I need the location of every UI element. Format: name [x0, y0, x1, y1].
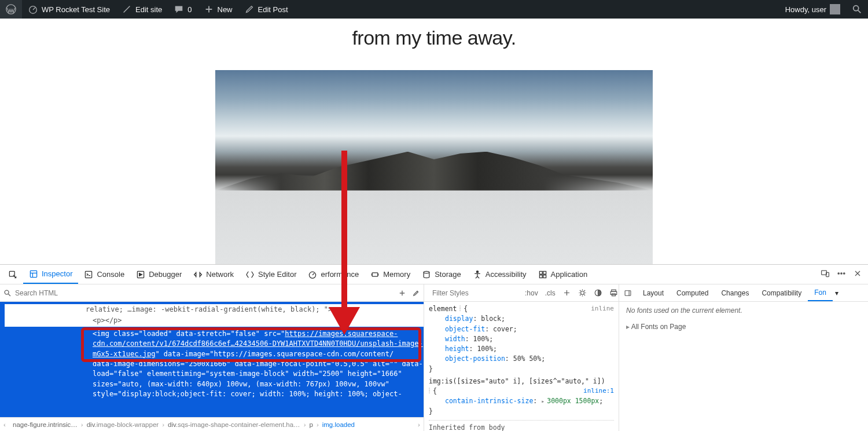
devtools-menu-button[interactable] — [833, 269, 849, 280]
tab-label: Debugger — [149, 270, 182, 279]
edit-post-text: Edit Post — [258, 5, 288, 14]
tab-performance[interactable]: erformance — [302, 265, 365, 284]
crumb[interactable]: div.image-block-wrapper — [83, 421, 162, 428]
edit-site-link[interactable]: Edit site — [116, 0, 168, 19]
new-text: New — [218, 5, 233, 14]
tab-changes[interactable]: Changes — [715, 284, 755, 301]
tab-console[interactable]: Console — [78, 265, 130, 284]
svg-point-25 — [580, 291, 584, 295]
toggle-sidebar-button[interactable] — [619, 284, 637, 301]
network-icon — [193, 270, 203, 279]
html-search-input[interactable] — [15, 289, 395, 297]
hov-toggle[interactable]: :hov — [524, 289, 539, 297]
plus-icon — [562, 288, 571, 297]
html-line: <p></p> — [5, 315, 424, 326]
wordpress-icon — [6, 4, 16, 14]
filter-styles-input[interactable] — [432, 289, 519, 297]
svg-rect-15 — [539, 271, 542, 274]
svg-rect-6 — [30, 271, 36, 277]
crumb-prev[interactable]: ‹ — [0, 421, 9, 428]
crumb[interactable]: nage-figure.intrinsic… — [9, 421, 81, 428]
svg-point-21 — [838, 273, 839, 274]
edit-post-link[interactable]: Edit Post — [238, 0, 294, 19]
howdy-user[interactable]: Howdy, user — [779, 0, 846, 19]
crumb-next[interactable]: › — [414, 421, 424, 428]
console-icon — [84, 270, 93, 279]
comments-count: 0 — [187, 5, 192, 14]
tab-storage[interactable]: Storage — [416, 265, 467, 284]
inherited-section: Inherited from body — [429, 420, 614, 431]
html-source[interactable]: relative; …image: -webkit-radial-gradien… — [0, 302, 424, 417]
new-rule-button[interactable] — [561, 288, 572, 297]
close-icon — [853, 269, 862, 278]
crumb-active[interactable]: img.loaded — [319, 421, 358, 428]
styles-rules[interactable]: element {inline display: block; object-f… — [424, 302, 619, 431]
devices-icon — [821, 269, 830, 278]
tab-inspector[interactable]: Inspector — [23, 265, 78, 284]
responsive-mode-button[interactable] — [817, 269, 833, 280]
no-fonts-message: No fonts used on the current element. — [626, 306, 861, 315]
devtools-close-button[interactable] — [849, 269, 866, 280]
tab-fonts[interactable]: Fon — [808, 284, 833, 301]
tab-network[interactable]: Network — [187, 265, 240, 284]
accessibility-icon — [473, 270, 482, 279]
comments-link[interactable]: 0 — [168, 0, 197, 19]
sidebar-panel: Layout Computed Changes Compatibility Fo… — [619, 284, 868, 431]
tab-debugger[interactable]: Debugger — [130, 265, 187, 284]
tab-label: Storage — [435, 270, 461, 279]
tab-label: Memory — [383, 270, 410, 279]
admin-search-button[interactable] — [846, 0, 868, 19]
svg-point-1 — [30, 6, 37, 14]
storage-icon — [422, 270, 431, 279]
tab-label: Console — [97, 270, 124, 279]
svg-rect-12 — [372, 272, 378, 276]
tab-label: Accessibility — [486, 270, 527, 279]
svg-rect-30 — [625, 290, 631, 295]
search-icon — [852, 4, 862, 14]
sun-icon — [578, 288, 587, 297]
tab-computed[interactable]: Computed — [670, 284, 715, 301]
tab-layout[interactable]: Layout — [637, 284, 670, 301]
pick-element-button[interactable] — [2, 265, 23, 284]
add-icon[interactable] — [398, 289, 406, 297]
devtools: Inspector Console Debugger Network Style… — [0, 264, 868, 431]
page-content: from my time away. — [0, 19, 868, 264]
user-avatar-icon — [830, 4, 840, 14]
tab-application[interactable]: Application — [532, 265, 594, 284]
crumb[interactable]: div.sqs-image-shape-container-element.ha… — [164, 421, 304, 428]
sidebar-icon — [624, 289, 632, 297]
rule-selector: element — [429, 305, 459, 313]
post-headline: from my time away. — [352, 27, 516, 49]
tab-style-editor[interactable]: Style Editor — [240, 265, 302, 284]
contrast-icon — [594, 288, 602, 297]
memory-icon — [370, 270, 380, 279]
svg-point-13 — [424, 271, 429, 273]
search-icon — [3, 289, 12, 297]
svg-rect-28 — [610, 291, 617, 294]
all-fonts-expander[interactable]: All Fonts on Page — [626, 323, 861, 331]
svg-point-2 — [854, 6, 859, 11]
rule-source[interactable]: inline:1 — [583, 386, 614, 396]
eyedropper-icon[interactable] — [412, 289, 420, 297]
contrast-button[interactable] — [593, 288, 604, 297]
wp-logo[interactable] — [0, 0, 22, 19]
tab-overflow[interactable]: ▾ — [833, 284, 841, 301]
html-toolbar — [0, 284, 424, 302]
style-editor-icon — [245, 270, 255, 279]
rule-source[interactable]: inline — [591, 304, 614, 314]
crumb[interactable]: p — [306, 421, 316, 428]
html-line: relative; …image: -webkit-radial-gradien… — [5, 304, 424, 315]
breadcrumbs: ‹ nage-figure.intrinsic…› div.image-bloc… — [0, 417, 424, 431]
svg-point-14 — [476, 271, 478, 272]
tab-label: erformance — [321, 270, 359, 279]
new-link[interactable]: New — [198, 0, 238, 19]
light-scheme-button[interactable] — [577, 288, 588, 297]
print-button[interactable] — [608, 288, 619, 297]
tab-label: Application — [551, 270, 588, 279]
tab-compatibility[interactable]: Compatibility — [755, 284, 808, 301]
site-name-link[interactable]: WP Rocket Test Site — [22, 0, 116, 19]
kebab-icon — [837, 269, 846, 278]
tab-memory[interactable]: Memory — [365, 265, 416, 284]
cls-toggle[interactable]: .cls — [544, 289, 557, 297]
tab-accessibility[interactable]: Accessibility — [467, 265, 532, 284]
